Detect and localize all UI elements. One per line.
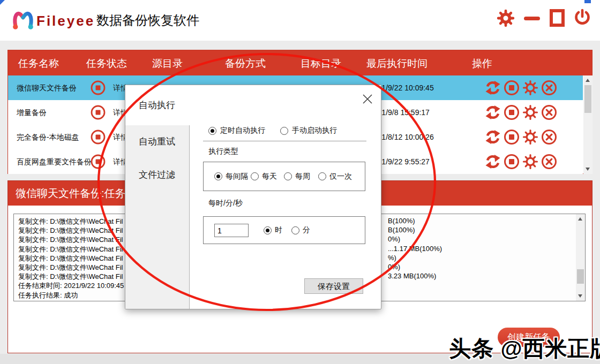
delete-x-icon[interactable] xyxy=(541,104,558,121)
sync-icon[interactable] xyxy=(484,153,501,170)
scroll-up-icon[interactable] xyxy=(586,79,590,82)
stop-icon[interactable] xyxy=(503,79,520,96)
radio-every-interval[interactable] xyxy=(214,172,222,180)
stop-icon[interactable] xyxy=(503,153,520,170)
radio-label: 每间隔 xyxy=(226,172,248,181)
delete-x-icon[interactable] xyxy=(541,128,558,146)
scroll-up-icon[interactable] xyxy=(578,217,582,221)
radio-every-day[interactable] xyxy=(251,172,259,180)
tab-auto-retry[interactable]: 自动重试 xyxy=(125,125,190,158)
sync-icon[interactable] xyxy=(484,128,501,146)
task-name: 微信聊天文件备份 xyxy=(17,84,77,93)
radio-label: 手动启动执行 xyxy=(292,126,337,135)
table-scrollbar[interactable] xyxy=(583,75,592,174)
settings-gear-icon[interactable] xyxy=(497,9,515,28)
delete-x-icon[interactable] xyxy=(541,79,558,96)
row-actions xyxy=(484,79,558,96)
radio-unit-minute[interactable] xyxy=(291,226,299,234)
exec-type-groupbox: 每间隔 每天 每周 仅一次 xyxy=(203,162,365,191)
scroll-down-icon[interactable] xyxy=(586,168,590,171)
col-header-source-dir: 源目录 xyxy=(152,57,183,71)
stop-icon[interactable] xyxy=(503,128,520,146)
exec-type-label: 执行类型 xyxy=(208,147,238,156)
radio-label: 分 xyxy=(303,225,310,235)
stop-status-icon xyxy=(90,80,106,96)
radio-label: 时 xyxy=(275,225,282,235)
col-header-actions: 操作 xyxy=(472,57,492,71)
task-name: 增量备份 xyxy=(17,108,47,118)
fileyee-logo-icon xyxy=(11,7,35,33)
scrollbar-thumb[interactable] xyxy=(577,269,584,284)
radio-label: 每周 xyxy=(295,172,310,181)
radio-unit-hour[interactable] xyxy=(264,226,272,234)
brand-name: Fileyee xyxy=(36,13,95,29)
scroll-down-icon[interactable] xyxy=(578,294,582,298)
stop-status-icon xyxy=(90,129,106,145)
exec-mode-group: 定时自动执行 手动启动执行 xyxy=(208,126,337,135)
close-icon[interactable] xyxy=(361,93,374,105)
sync-icon[interactable] xyxy=(484,104,501,121)
schedule-settings-dialog: 自动执行 自动重试 文件过滤 定时自动执行 手动启动执行 执行类型 每间隔 每天 xyxy=(125,85,381,309)
tab-file-filter[interactable]: 文件过滤 xyxy=(125,158,190,192)
radio-manual-start[interactable] xyxy=(280,127,288,135)
power-close-icon[interactable] xyxy=(573,9,591,28)
app-title: 数据备份恢复软件 xyxy=(96,12,199,29)
watermark-text: 头条 @西米正版软件 xyxy=(449,334,600,363)
gear-icon[interactable] xyxy=(522,104,539,121)
radio-every-week[interactable] xyxy=(284,172,292,180)
gear-icon[interactable] xyxy=(522,153,539,170)
minimize-icon[interactable] xyxy=(523,9,541,28)
window-corner-artifact xyxy=(584,0,591,3)
task-name: 百度网盘重要文件备份 xyxy=(17,157,92,167)
interval-label: 每时/分/秒 xyxy=(208,199,243,208)
divider xyxy=(203,141,366,141)
radio-label: 仅一次 xyxy=(329,172,352,181)
row-actions xyxy=(484,153,558,170)
col-header-task-status: 任务状态 xyxy=(86,57,127,71)
log-scrollbar[interactable] xyxy=(576,214,585,301)
row-actions xyxy=(484,104,558,121)
task-name: 完全备份-本地磁盘 xyxy=(17,133,79,142)
col-header-backup-mode: 备份方式 xyxy=(225,57,266,71)
col-header-target-dir: 目标目录 xyxy=(301,57,341,71)
row-actions xyxy=(484,128,558,146)
stop-status-icon xyxy=(90,104,106,120)
radio-only-once[interactable] xyxy=(318,172,326,180)
dialog-tab-list: 自动执行 自动重试 文件过滤 xyxy=(125,85,190,309)
tab-auto-execute[interactable]: 自动执行 xyxy=(125,85,190,125)
titlebar: Fileyee 数据备份恢复软件 xyxy=(0,0,600,41)
gear-icon[interactable] xyxy=(522,79,539,96)
scrollbar-thumb[interactable] xyxy=(584,85,591,113)
save-settings-button[interactable]: 保存设置 xyxy=(304,278,363,294)
interval-groupbox: 时 分 xyxy=(203,216,365,244)
interval-value-input[interactable] xyxy=(214,224,249,237)
radio-label: 定时自动执行 xyxy=(220,126,265,135)
window-corner-artifact xyxy=(0,0,5,5)
sync-icon[interactable] xyxy=(484,79,501,96)
app-window: Fileyee 数据备份恢复软件 xyxy=(0,0,600,364)
radio-label: 每天 xyxy=(262,172,277,181)
table-header: 任务名称 任务状态 源目录 备份方式 目标目录 最后执行时间 操作 xyxy=(8,50,592,75)
stop-icon[interactable] xyxy=(503,104,520,121)
stop-status-icon xyxy=(90,154,106,170)
col-header-last-run: 最后执行时间 xyxy=(366,57,428,71)
gear-icon[interactable] xyxy=(522,128,539,146)
radio-timed-auto[interactable] xyxy=(208,127,216,135)
maximize-icon[interactable] xyxy=(548,9,566,28)
col-header-task-name: 任务名称 xyxy=(18,57,59,71)
delete-x-icon[interactable] xyxy=(541,153,558,170)
